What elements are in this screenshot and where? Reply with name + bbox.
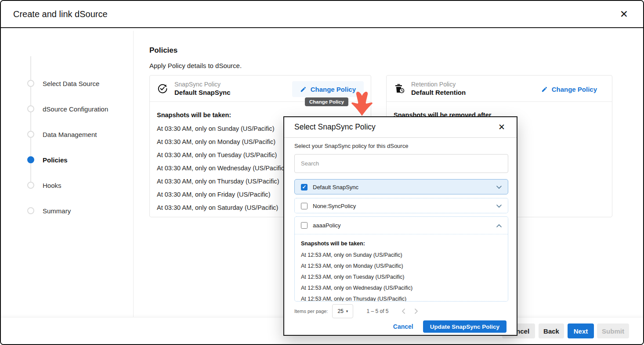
policy-option-label: None:SyncPolicy: [313, 203, 356, 209]
modal-header: Select SnapSync Policy ✕: [284, 117, 517, 138]
policy-search: [294, 154, 508, 173]
step-label: Select Data Source: [43, 80, 99, 87]
retention-trash-clock-icon: [394, 83, 405, 94]
policy-name: Default SnapSync: [174, 88, 231, 97]
sidebar-item-select-data-source[interactable]: Select Data Source: [1, 78, 133, 89]
sidebar-item-hooks[interactable]: Hooks: [1, 180, 133, 190]
retention-card-header: Retention Policy Default Retention Chang…: [387, 75, 612, 102]
page-title: Policies: [149, 46, 177, 55]
chevron-down-icon[interactable]: [496, 186, 502, 189]
page-next-icon[interactable]: [414, 309, 419, 314]
sidebar-item-dsource-configuration[interactable]: dSource Configuration: [1, 104, 133, 114]
close-icon[interactable]: ✕: [620, 8, 628, 20]
back-button[interactable]: Back: [539, 323, 564, 338]
policy-row-default-snapsync[interactable]: Default SnapSync: [294, 179, 508, 194]
schedule-line: At 12:53 AM, only on Monday (US/Pacific): [301, 263, 502, 269]
step-label: Policies: [43, 156, 68, 164]
step-circle-icon: [27, 80, 34, 87]
change-policy-tooltip: Change Policy: [305, 97, 348, 106]
sidebar-item-policies[interactable]: Policies: [1, 155, 133, 165]
chevron-up-icon[interactable]: [496, 224, 502, 227]
policy-option-label: Default SnapSync: [313, 184, 358, 190]
dialog-title: Create and link dSource: [13, 9, 108, 19]
schedule-line: At 12:53 AM, only on Sunday (US/Pacific): [301, 252, 502, 258]
policy-option-label: aaaaPolicy: [313, 222, 341, 229]
schedule-heading: Snapshots will be taken:: [301, 241, 502, 247]
page-subtitle: Apply Policy details to dSource.: [149, 62, 242, 69]
select-snapsync-policy-modal: Select SnapSync Policy ✕ Select your Sna…: [283, 116, 517, 336]
pagination-range: 1 – 5 of 5: [366, 308, 388, 314]
sidebar-divider: [133, 31, 134, 317]
annotation-arrow-icon: [350, 90, 374, 116]
policy-type-label: SnapSync Policy: [174, 80, 231, 88]
expanded-policy-schedule: Snapshots will be taken: At 12:53 AM, on…: [295, 234, 508, 302]
change-policy-label: Change Policy: [552, 86, 597, 93]
change-policy-label: Change Policy: [311, 86, 356, 93]
schedule-line: At 12:53 AM, only on Wednesday (US/Pacif…: [301, 285, 502, 291]
policy-type-label: Retention Policy: [411, 80, 466, 88]
chevron-down-icon[interactable]: [496, 205, 502, 208]
policy-row-none-syncpolicy[interactable]: None:SyncPolicy: [294, 198, 508, 213]
policy-row-aaaapolicy[interactable]: aaaaPolicy Snapshots will be taken: At 1…: [294, 216, 508, 302]
change-retention-policy-button[interactable]: Change Policy: [533, 81, 605, 97]
step-circle-active-icon: [27, 156, 34, 163]
caret-down-icon: ▾: [346, 309, 348, 313]
dialog-header: Create and link dSource ✕: [1, 1, 643, 28]
pencil-icon: [300, 86, 307, 93]
checkbox-icon[interactable]: [301, 203, 308, 209]
pagination-nav: [401, 309, 419, 314]
step-label: Summary: [43, 207, 71, 215]
modal-title: Select SnapSync Policy: [294, 122, 376, 132]
items-per-page-select[interactable]: 25 ▾: [332, 304, 353, 318]
items-per-page-label: Items per page:: [294, 309, 328, 314]
pencil-icon: [541, 86, 548, 93]
retention-card-titles: Retention Policy Default Retention: [411, 80, 466, 97]
step-label: dSource Configuration: [43, 105, 108, 113]
schedule-line: At 12:53 AM, only on Thursday (US/Pacifi…: [301, 296, 502, 302]
step-circle-icon: [27, 182, 34, 189]
step-circle-icon: [27, 105, 34, 112]
policy-name: Default Retention: [411, 88, 466, 97]
schedule-line: At 12:53 AM, only on Tuesday (US/Pacific…: [301, 274, 502, 280]
search-input[interactable]: [295, 155, 508, 172]
pagination-bar: Items per page: 25 ▾ 1 – 5 of 5: [294, 303, 508, 319]
checkbox-icon[interactable]: [301, 222, 308, 229]
snapsync-icon: [157, 83, 168, 94]
modal-cancel-button[interactable]: Cancel: [393, 323, 413, 330]
modal-close-icon[interactable]: ✕: [498, 122, 505, 132]
page-prev-icon[interactable]: [401, 309, 406, 314]
step-label: Data Management: [43, 131, 97, 138]
snapsync-card-titles: SnapSync Policy Default SnapSync: [174, 80, 231, 97]
update-snapsync-policy-button[interactable]: Update SnapSync Policy: [423, 320, 507, 333]
modal-subtitle: Select your SnapSync policy for this dSo…: [294, 143, 408, 149]
step-circle-icon: [27, 207, 34, 214]
sidebar-item-summary[interactable]: Summary: [1, 205, 133, 216]
step-label: Hooks: [43, 182, 62, 189]
sidebar-item-data-management[interactable]: Data Management: [1, 129, 133, 140]
wizard-stepper: Select Data Source dSource Configuration…: [1, 28, 133, 317]
submit-button[interactable]: Submit: [597, 323, 629, 338]
step-circle-icon: [27, 131, 34, 138]
items-per-page-value: 25: [337, 308, 343, 314]
modal-actions: Cancel Update SnapSync Policy: [393, 320, 507, 333]
create-dsource-dialog: Create and link dSource ✕ Select Data So…: [0, 0, 644, 345]
next-button[interactable]: Next: [568, 323, 594, 338]
checkbox-checked-icon[interactable]: [301, 184, 308, 190]
